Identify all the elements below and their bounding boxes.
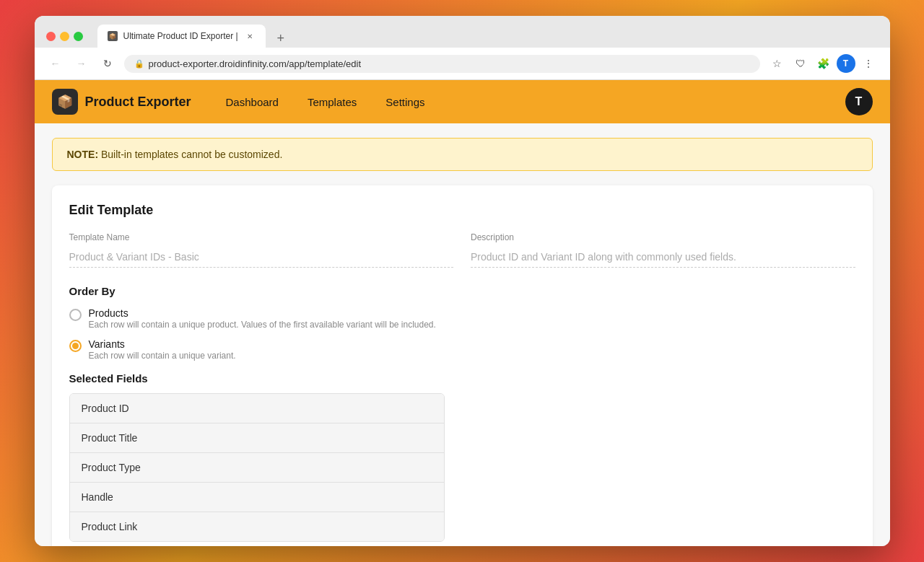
app-nav-avatar[interactable]: T — [845, 88, 873, 115]
nav-link-settings[interactable]: Settings — [374, 90, 436, 114]
title-bar: 📦 Ultimate Product ID Exporter | ✕ + — [35, 16, 890, 48]
template-name-input[interactable] — [69, 247, 454, 268]
back-button[interactable]: ← — [46, 54, 65, 73]
nav-link-dashboard[interactable]: Dashboard — [214, 90, 290, 114]
extensions-button[interactable]: 🧩 — [814, 53, 834, 74]
address-input[interactable]: 🔒 product-exporter.droidinfinity.com/app… — [124, 55, 760, 73]
radio-variants-label: Variants — [89, 338, 236, 350]
notice-message: Built-in templates cannot be customized. — [101, 149, 282, 160]
field-item-product-link: Product Link — [70, 512, 444, 541]
tab-close-button[interactable]: ✕ — [244, 30, 256, 42]
description-input[interactable] — [471, 247, 855, 268]
main-content: NOTE: Built-in templates cannot be custo… — [35, 123, 890, 546]
forward-button[interactable]: → — [72, 54, 91, 73]
notice-banner: NOTE: Built-in templates cannot be custo… — [52, 138, 873, 171]
maximize-button[interactable] — [74, 32, 83, 41]
radio-option-products[interactable]: Products Each row will contain a unique … — [69, 307, 855, 330]
radio-products[interactable] — [69, 309, 82, 321]
app-logo-text: Product Exporter — [85, 95, 191, 110]
active-tab[interactable]: 📦 Ultimate Product ID Exporter | ✕ — [97, 25, 266, 48]
field-item-handle: Handle — [70, 483, 444, 512]
menu-button[interactable]: ⋮ — [858, 53, 879, 74]
shield-icon: 🛡 — [790, 53, 811, 74]
order-by-title: Order By — [69, 285, 855, 297]
fields-list: Product ID Product Title Product Type Ha… — [69, 393, 445, 542]
nav-link-templates[interactable]: Templates — [296, 90, 368, 114]
radio-option-variants[interactable]: Variants Each row will contain a unique … — [69, 338, 855, 361]
app-logo-icon: 📦 — [52, 89, 78, 115]
tab-title: Ultimate Product ID Exporter | — [123, 31, 238, 41]
traffic-lights — [46, 32, 83, 41]
description-label: Description — [471, 232, 855, 242]
radio-dot — [72, 343, 79, 349]
tab-bar: 📦 Ultimate Product ID Exporter | ✕ + — [97, 25, 879, 48]
selected-fields-title: Selected Fields — [69, 372, 855, 385]
field-item-product-title: Product Title — [70, 423, 444, 453]
radio-variants-desc: Each row will contain a unique variant. — [89, 351, 236, 361]
address-bar: ← → ↻ 🔒 product-exporter.droidinfinity.c… — [35, 48, 890, 80]
radio-variants-text: Variants Each row will contain a unique … — [89, 338, 236, 361]
edit-template-title: Edit Template — [69, 203, 855, 218]
radio-products-label: Products — [89, 307, 436, 319]
edit-template-card: Edit Template Template Name Description … — [52, 185, 873, 546]
app-logo: 📦 Product Exporter — [52, 89, 191, 115]
browser-window: 📦 Ultimate Product ID Exporter | ✕ + ← →… — [35, 16, 890, 546]
address-text: product-exporter.droidinfinity.com/app/t… — [149, 58, 362, 69]
new-tab-button[interactable]: + — [271, 29, 290, 48]
description-field: Description — [471, 232, 855, 268]
app-nav: 📦 Product Exporter Dashboard Templates S… — [35, 80, 890, 123]
app-content: 📦 Product Exporter Dashboard Templates S… — [35, 80, 890, 546]
radio-products-desc: Each row will contain a unique product. … — [89, 320, 436, 330]
field-item-product-type: Product Type — [70, 453, 444, 483]
template-name-field: Template Name — [69, 232, 454, 268]
bookmark-button[interactable]: ☆ — [767, 53, 788, 74]
reload-button[interactable]: ↻ — [98, 54, 117, 73]
close-button[interactable] — [46, 32, 56, 41]
browser-actions: ☆ 🛡 🧩 T ⋮ — [767, 53, 879, 74]
notice-prefix: NOTE: — [67, 149, 99, 160]
field-item-product-id: Product ID — [70, 394, 444, 423]
nav-links: Dashboard Templates Settings — [214, 90, 845, 114]
form-row: Template Name Description — [69, 232, 855, 268]
radio-products-text: Products Each row will contain a unique … — [89, 307, 436, 330]
tab-favicon: 📦 — [108, 31, 118, 41]
minimize-button[interactable] — [60, 32, 69, 41]
profile-button[interactable]: T — [837, 54, 855, 73]
template-name-label: Template Name — [69, 232, 454, 242]
radio-variants[interactable] — [69, 340, 82, 352]
lock-icon: 🔒 — [134, 59, 144, 69]
